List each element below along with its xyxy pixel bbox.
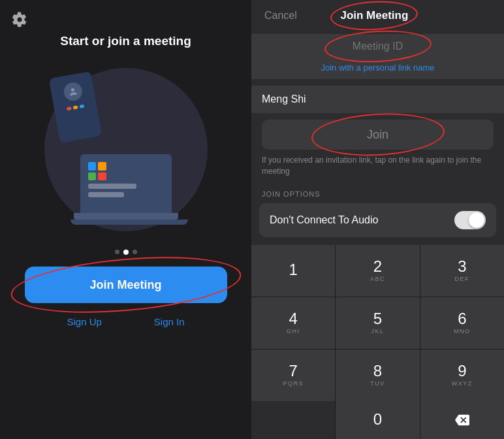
join-meeting-label: Join Meeting — [89, 278, 161, 292]
audio-toggle[interactable] — [454, 211, 486, 229]
pag-dot-1 — [115, 250, 119, 254]
top-bar: Cancel Join Meeting — [251, 0, 504, 29]
key-5-sub: JKL — [371, 328, 384, 334]
key-7-sub: PQRS — [283, 380, 304, 387]
pag-dot-3 — [133, 250, 137, 254]
invitation-text: If you received an invitation link, tap … — [251, 150, 504, 185]
key-empty-left — [251, 401, 335, 439]
key-9-sub: WXYZ — [452, 380, 473, 387]
settings-button[interactable] — [12, 12, 27, 30]
key-8[interactable]: 8 TUV — [336, 350, 419, 401]
name-input[interactable] — [262, 93, 494, 105]
dot-blue — [79, 105, 84, 108]
header-title: Join Meeting — [340, 9, 408, 22]
right-panel: Cancel Join Meeting Join with a personal… — [251, 0, 504, 439]
key-2[interactable]: 2 ABC — [336, 245, 419, 297]
sign-in-link[interactable]: Sign In — [154, 316, 185, 327]
phone-avatar — [62, 81, 83, 102]
left-panel-title: Start or join a meeting — [60, 34, 191, 48]
key-2-sub: ABC — [370, 276, 385, 282]
win-sq1 — [88, 162, 97, 171]
name-area — [251, 86, 504, 113]
dot-orange — [72, 105, 78, 109]
dot-red — [66, 106, 71, 110]
laptop-screen — [80, 154, 172, 213]
key-1-main: 1 — [289, 262, 297, 278]
key-6-main: 6 — [458, 311, 466, 327]
delete-icon — [455, 413, 469, 427]
key-3-main: 3 — [458, 259, 466, 274]
key-1[interactable]: 1 — [251, 245, 335, 297]
key-6-sub: MNO — [454, 328, 471, 334]
key-5-main: 5 — [373, 311, 382, 327]
key-0-main: 0 — [373, 412, 382, 427]
windows-logo — [88, 162, 106, 180]
gear-icon — [12, 12, 27, 27]
bottom-links: Sign Up Sign In — [67, 316, 184, 327]
cancel-button[interactable]: Cancel — [264, 10, 297, 22]
key-8-main: 8 — [373, 363, 382, 379]
laptop-base — [74, 213, 178, 220]
join-button-label: Join — [367, 128, 388, 141]
laptop-line-2 — [88, 192, 125, 197]
key-5[interactable]: 5 JKL — [336, 297, 419, 349]
key-8-sub: TUV — [370, 380, 385, 387]
laptop-illustration — [71, 154, 181, 225]
audio-label: Don't Connect To Audio — [270, 214, 378, 226]
meeting-id-input[interactable] — [262, 41, 494, 52]
pagination-dots — [115, 250, 137, 255]
key-0[interactable]: 0 — [336, 401, 419, 439]
key-9-main: 9 — [458, 363, 466, 379]
toggle-knob — [469, 212, 484, 228]
avatar-icon — [67, 86, 79, 98]
key-7[interactable]: 7 PQRS — [251, 350, 335, 401]
sign-up-link[interactable]: Sign Up — [67, 316, 101, 327]
phone-dots — [66, 105, 84, 111]
key-9[interactable]: 9 WXYZ — [420, 350, 504, 401]
audio-toggle-row: Don't Connect To Audio — [259, 203, 496, 237]
key-3-sub: DEF — [455, 276, 470, 282]
key-7-main: 7 — [289, 363, 297, 379]
key-2-main: 2 — [373, 259, 382, 274]
laptop-line-1 — [88, 184, 136, 189]
header-title-wrapper: Join Meeting — [340, 9, 408, 22]
left-panel: Start or join a meeting — [0, 0, 251, 439]
join-btn-area: Join — [251, 113, 504, 150]
join-button[interactable]: Join — [262, 120, 494, 150]
key-4[interactable]: 4 GHI — [251, 297, 335, 349]
pag-dot-2 — [123, 250, 129, 255]
key-3[interactable]: 3 DEF — [420, 245, 504, 297]
key-4-sub: GHI — [287, 328, 300, 334]
win-sq4 — [98, 172, 106, 181]
meeting-id-area — [251, 34, 504, 59]
laptop-bottom — [71, 220, 188, 225]
win-sq2 — [98, 162, 106, 171]
keypad-bottom: 0 — [251, 401, 504, 439]
join-meeting-button[interactable]: Join Meeting — [25, 267, 227, 303]
personal-link-button[interactable]: Join with a personal link name — [251, 59, 504, 79]
key-6[interactable]: 6 MNO — [420, 297, 504, 349]
win-sq3 — [88, 172, 97, 181]
illustration — [31, 55, 221, 244]
keypad: 1 2 ABC 3 DEF 4 GHI 5 JKL 6 MNO 7 PQRS 8 — [251, 245, 504, 401]
key-delete[interactable] — [420, 401, 504, 439]
join-options-label: JOIN OPTIONS — [251, 185, 504, 201]
key-4-main: 4 — [289, 311, 297, 327]
